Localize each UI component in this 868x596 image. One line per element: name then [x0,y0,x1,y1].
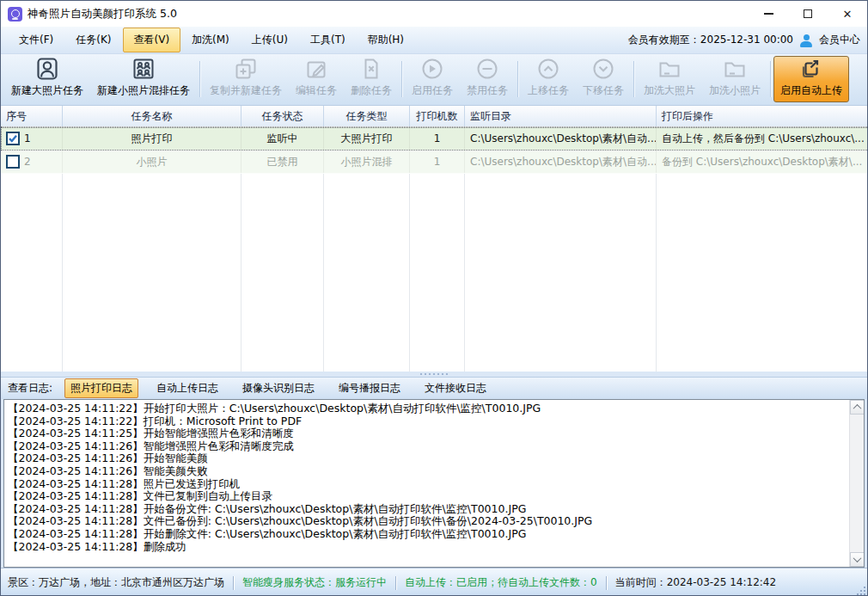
chevron-up-icon [853,404,862,413]
column-header-watch-dir[interactable]: 监听目录 [465,106,657,126]
task-watch-dir: C:\Users\zhouxc\Desktop\素材\自动... [465,127,657,150]
status-location: 景区：万达广场，地址：北京市通州区万达广场 [8,575,224,590]
status-separator [606,576,607,590]
edit-task-button[interactable]: 编辑任务 [289,56,344,102]
reprint-big-photo-icon [657,56,682,82]
menu-tools[interactable]: 工具(T) [299,28,357,52]
task-type: 小照片混排 [324,151,410,173]
tab-camera-recognition-log[interactable]: 摄像头识别日志 [236,378,321,398]
task-printer-count: 1 [410,127,465,150]
log-line: 【2024-03-25 14:11:25】开始智能增强照片色彩和清晰度 [8,427,847,440]
log-line: 【2024-03-25 14:11:28】文件已备份到: C:\Users\zh… [8,515,847,528]
minimize-button[interactable] [749,1,788,27]
task-after-print: 自动上传，然后备份到 C:\Users\zhouxc\... [657,127,868,150]
resize-grip[interactable] [855,585,865,595]
column-header-printers[interactable]: 打印机数 [410,106,465,126]
menu-help[interactable]: 帮助(H) [357,28,415,52]
log-line: 【2024-03-25 14:11:28】照片已发送到打印机 [8,478,847,491]
delete-task-button[interactable]: 删除任务 [344,56,399,102]
toolbar-button-label: 编辑任务 [296,83,337,98]
member-center-link[interactable]: 会员中心 [819,33,860,47]
delete-task-icon [358,56,384,82]
scroll-up-button[interactable] [850,400,865,415]
reprint-big-photo-button[interactable]: 加洗大照片 [637,56,702,102]
toolbar-button-label: 启用任务 [412,83,453,98]
toolbar-button-label: 新建小照片混排任务 [97,83,190,98]
task-index: 2 [24,156,31,168]
tab-auto-upload-log[interactable]: 自动上传日志 [150,378,224,398]
disable-task-button[interactable]: 禁用任务 [460,56,515,102]
task-watch-dir: C:\Users\zhouxc\Desktop\素材\自动... [465,151,657,173]
move-down-task-button[interactable]: 下移任务 [576,56,631,102]
enable-auto-upload-button[interactable]: 启用自动上传 [773,56,849,102]
copy-new-task-icon [233,56,259,82]
log-line: 【2024-03-25 14:11:28】文件已复制到自动上传目录 [8,490,847,503]
task-index: 1 [24,132,31,144]
reprint-small-photo-button[interactable]: 加洗小照片 [702,56,767,102]
column-header-status[interactable]: 任务状态 [241,106,324,126]
toolbar-separator [633,61,634,97]
toolbar: 新建大照片任务 新建小照片混排任务 复制并新建任务 编辑任务 删除任务 [1,54,867,105]
menu-file[interactable]: 文件(F) [8,28,64,52]
toolbar-separator [770,61,771,97]
window-controls: ✕ [749,1,867,27]
enable-task-icon [419,56,445,82]
tab-photo-print-log[interactable]: 照片打印日志 [64,378,138,398]
task-table: 序号 任务名称 任务状态 任务类型 打印机数 监听目录 打印后操作 1 照片打印… [1,105,867,372]
task-name: 照片打印 [63,127,241,150]
status-bar: 景区：万达广场，地址：北京市通州区万达广场 智能瘦身服务状态：服务运行中 自动上… [1,568,867,596]
menu-reprint[interactable]: 加洗(M) [180,28,241,52]
maximize-icon [804,9,812,18]
log-scrollbar[interactable] [849,400,864,567]
chevron-down-icon [853,554,862,562]
close-icon: ✕ [843,9,853,20]
move-down-task-icon [590,56,616,82]
close-button[interactable]: ✕ [828,1,867,27]
task-after-print: 备份到 C:\Users\zhouxc\Desktop\素材\... [657,151,868,173]
task-checkbox-checked[interactable] [6,132,20,145]
enable-task-button[interactable]: 启用任务 [405,56,460,102]
copy-new-task-button[interactable]: 复制并新建任务 [203,56,289,102]
menu-upload[interactable]: 上传(U) [241,28,299,52]
column-header-after-print[interactable]: 打印后操作 [657,106,868,126]
table-row[interactable]: 1 照片打印 监听中 大照片打印 1 C:\Users\zhouxc\Deskt… [1,127,868,151]
log-output: 【2024-03-25 14:11:22】开始打印大照片：C:\Users\zh… [8,402,847,565]
log-panel: 【2024-03-25 14:11:22】开始打印大照片：C:\Users\zh… [3,399,865,568]
menu-task[interactable]: 任务(K) [64,28,122,52]
status-separator [233,576,234,590]
table-empty-area [1,174,867,372]
member-expiry-text: 会员有效期至：2025-12-31 00:00 [628,33,793,47]
new-small-photo-mix-task-icon [131,56,156,82]
log-caption: 查看日志: [8,381,52,396]
title-bar: 神奇照片自动美颜打印系统 5.0 ✕ [1,1,867,27]
maximize-button[interactable] [788,1,828,27]
toolbar-button-label: 禁用任务 [467,83,508,98]
log-line: 【2024-03-25 14:11:26】智能增强照片色彩和清晰度完成 [8,440,847,453]
status-auto-upload: 自动上传：已启用；待自动上传文件数：0 [405,575,597,590]
task-status: 监听中 [241,127,324,150]
task-name: 小照片 [63,151,241,173]
member-person-icon [799,34,813,47]
new-small-photo-mix-task-button[interactable]: 新建小照片混排任务 [90,56,197,102]
move-up-task-button[interactable]: 上移任务 [521,56,576,102]
toolbar-button-label: 启用自动上传 [780,83,842,98]
log-line: 【2024-03-25 14:11:22】开始打印大照片：C:\Users\zh… [8,402,847,415]
status-current-time: 当前时间：2024-03-25 14:12:42 [615,575,776,590]
tab-number-broadcast-log[interactable]: 编号播报日志 [333,378,406,398]
toolbar-button-label: 复制并新建任务 [210,83,282,98]
tab-file-receive-log[interactable]: 文件接收日志 [419,378,492,398]
task-checkbox-unchecked[interactable] [6,155,20,169]
table-row[interactable]: 2 小照片 已禁用 小照片混排 1 C:\Users\zhouxc\Deskto… [1,151,868,174]
column-header-index[interactable]: 序号 [1,106,63,126]
scroll-down-button[interactable] [850,552,865,567]
task-type: 大照片打印 [324,127,410,150]
column-header-type[interactable]: 任务类型 [324,106,410,126]
minimize-icon [764,13,773,14]
new-big-photo-task-button[interactable]: 新建大照片任务 [4,56,90,102]
log-line: 【2024-03-25 14:11:22】打印机：Microsoft Print… [8,415,847,428]
status-separator [395,576,396,590]
log-line: 【2024-03-25 14:11:26】开始智能美颜 [8,452,847,465]
toolbar-button-label: 新建大照片任务 [11,83,83,98]
menu-view[interactable]: 查看(V) [123,28,181,52]
column-header-name[interactable]: 任务名称 [63,106,241,126]
